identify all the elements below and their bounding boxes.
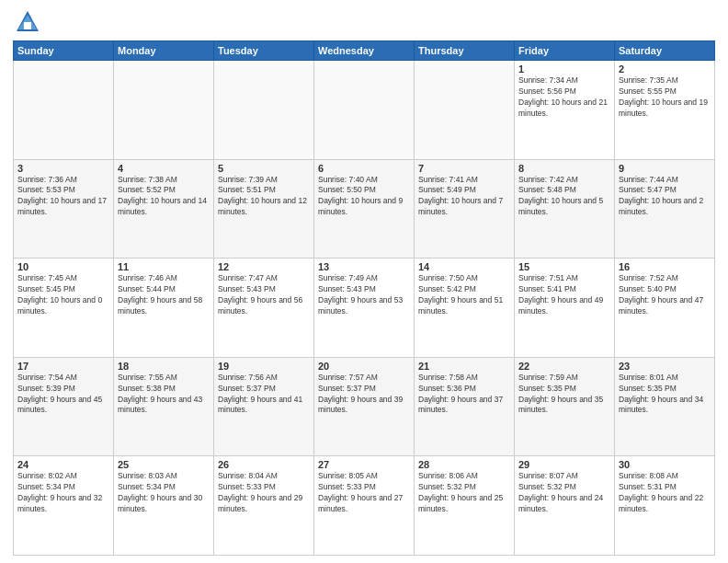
calendar-day-cell: 2Sunrise: 7:35 AMSunset: 5:55 PMDaylight… [615,61,715,160]
header [13,9,715,35]
calendar-week-row: 24Sunrise: 8:02 AMSunset: 5:34 PMDayligh… [14,456,715,556]
day-number: 15 [518,261,610,272]
day-number: 5 [218,163,310,174]
day-number: 28 [418,459,510,470]
day-number: 30 [619,459,711,470]
calendar-day-cell: 5Sunrise: 7:39 AMSunset: 5:51 PMDaylight… [214,159,314,259]
day-number: 11 [118,261,210,272]
calendar-week-row: 17Sunrise: 7:54 AMSunset: 5:39 PMDayligh… [14,357,715,456]
day-info: Sunrise: 7:36 AMSunset: 5:53 PMDaylight:… [17,175,109,219]
day-number: 21 [418,361,510,372]
weekday-header: Wednesday [314,41,415,61]
calendar-day-cell: 21Sunrise: 7:58 AMSunset: 5:36 PMDayligh… [415,357,515,456]
day-info: Sunrise: 8:08 AMSunset: 5:31 PMDaylight:… [619,471,711,515]
calendar-day-cell: 15Sunrise: 7:51 AMSunset: 5:41 PMDayligh… [515,259,615,358]
calendar-day-cell: 23Sunrise: 8:01 AMSunset: 5:35 PMDayligh… [615,357,715,456]
day-info: Sunrise: 7:35 AMSunset: 5:55 PMDaylight:… [619,75,711,120]
calendar-day-cell: 8Sunrise: 7:42 AMSunset: 5:48 PMDaylight… [515,159,615,259]
calendar-day-cell: 19Sunrise: 7:56 AMSunset: 5:37 PMDayligh… [214,357,314,456]
calendar-day-cell [314,61,415,160]
day-number: 3 [17,163,109,174]
day-number: 7 [418,163,510,174]
day-info: Sunrise: 7:50 AMSunset: 5:42 PMDaylight:… [418,273,510,317]
day-number: 20 [318,361,410,372]
day-info: Sunrise: 8:02 AMSunset: 5:34 PMDaylight:… [17,471,109,515]
day-info: Sunrise: 8:05 AMSunset: 5:33 PMDaylight:… [318,471,410,515]
day-info: Sunrise: 7:41 AMSunset: 5:49 PMDaylight:… [418,175,510,219]
calendar-week-row: 1Sunrise: 7:34 AMSunset: 5:56 PMDaylight… [14,61,715,160]
weekday-header: Thursday [415,41,515,61]
svg-rect-2 [24,22,31,29]
weekday-header: Tuesday [214,41,314,61]
day-info: Sunrise: 7:44 AMSunset: 5:47 PMDaylight:… [619,175,711,219]
calendar-day-cell: 12Sunrise: 7:47 AMSunset: 5:43 PMDayligh… [214,259,314,358]
calendar-day-cell [14,61,114,160]
day-number: 1 [518,63,610,75]
day-info: Sunrise: 7:38 AMSunset: 5:52 PMDaylight:… [118,175,210,219]
day-number: 16 [619,261,711,272]
day-number: 29 [518,459,610,470]
day-info: Sunrise: 7:51 AMSunset: 5:41 PMDaylight:… [518,273,610,317]
calendar-day-cell [415,61,515,160]
calendar-week-row: 3Sunrise: 7:36 AMSunset: 5:53 PMDaylight… [14,159,715,259]
day-info: Sunrise: 7:46 AMSunset: 5:44 PMDaylight:… [118,273,210,317]
calendar-day-cell: 13Sunrise: 7:49 AMSunset: 5:43 PMDayligh… [314,259,415,358]
day-number: 9 [619,163,711,174]
day-info: Sunrise: 8:06 AMSunset: 5:32 PMDaylight:… [418,471,510,515]
calendar-day-cell: 14Sunrise: 7:50 AMSunset: 5:42 PMDayligh… [415,259,515,358]
day-info: Sunrise: 7:58 AMSunset: 5:36 PMDaylight:… [418,373,510,417]
day-number: 12 [218,261,310,272]
day-number: 26 [218,459,310,470]
calendar-header-row: SundayMondayTuesdayWednesdayThursdayFrid… [14,41,715,61]
day-number: 19 [218,361,310,372]
logo-icon [13,9,42,35]
calendar-day-cell: 27Sunrise: 8:05 AMSunset: 5:33 PMDayligh… [314,456,415,556]
day-number: 24 [17,459,109,470]
day-number: 14 [418,261,510,272]
day-number: 22 [518,361,610,372]
day-number: 17 [17,361,109,372]
day-info: Sunrise: 7:57 AMSunset: 5:37 PMDaylight:… [318,373,410,417]
calendar-day-cell: 9Sunrise: 7:44 AMSunset: 5:47 PMDaylight… [615,159,715,259]
day-info: Sunrise: 7:47 AMSunset: 5:43 PMDaylight:… [218,273,310,317]
calendar-day-cell: 10Sunrise: 7:45 AMSunset: 5:45 PMDayligh… [14,259,114,358]
calendar-day-cell [214,61,314,160]
day-info: Sunrise: 7:56 AMSunset: 5:37 PMDaylight:… [218,373,310,417]
calendar-day-cell: 28Sunrise: 8:06 AMSunset: 5:32 PMDayligh… [415,456,515,556]
day-number: 8 [518,163,610,174]
calendar-day-cell: 16Sunrise: 7:52 AMSunset: 5:40 PMDayligh… [615,259,715,358]
calendar-day-cell: 25Sunrise: 8:03 AMSunset: 5:34 PMDayligh… [114,456,214,556]
day-number: 25 [118,459,210,470]
calendar-week-row: 10Sunrise: 7:45 AMSunset: 5:45 PMDayligh… [14,259,715,358]
weekday-header: Saturday [615,41,715,61]
day-number: 10 [17,261,109,272]
calendar-day-cell: 1Sunrise: 7:34 AMSunset: 5:56 PMDaylight… [515,61,615,160]
day-info: Sunrise: 7:52 AMSunset: 5:40 PMDaylight:… [619,273,711,317]
calendar-day-cell: 30Sunrise: 8:08 AMSunset: 5:31 PMDayligh… [615,456,715,556]
day-info: Sunrise: 7:49 AMSunset: 5:43 PMDaylight:… [318,273,410,317]
day-info: Sunrise: 7:40 AMSunset: 5:50 PMDaylight:… [318,175,410,219]
day-number: 4 [118,163,210,174]
page: SundayMondayTuesdayWednesdayThursdayFrid… [0,0,728,563]
calendar-day-cell [114,61,214,160]
day-info: Sunrise: 7:42 AMSunset: 5:48 PMDaylight:… [518,175,610,219]
day-info: Sunrise: 8:01 AMSunset: 5:35 PMDaylight:… [619,373,711,417]
day-info: Sunrise: 7:45 AMSunset: 5:45 PMDaylight:… [17,273,109,317]
weekday-header: Sunday [14,41,114,61]
weekday-header: Friday [515,41,615,61]
day-number: 23 [619,361,711,372]
calendar-day-cell: 7Sunrise: 7:41 AMSunset: 5:49 PMDaylight… [415,159,515,259]
calendar-day-cell: 11Sunrise: 7:46 AMSunset: 5:44 PMDayligh… [114,259,214,358]
day-number: 27 [318,459,410,470]
day-info: Sunrise: 8:04 AMSunset: 5:33 PMDaylight:… [218,471,310,515]
day-number: 6 [318,163,410,174]
day-info: Sunrise: 8:03 AMSunset: 5:34 PMDaylight:… [118,471,210,515]
calendar-day-cell: 26Sunrise: 8:04 AMSunset: 5:33 PMDayligh… [214,456,314,556]
calendar-day-cell: 17Sunrise: 7:54 AMSunset: 5:39 PMDayligh… [14,357,114,456]
calendar-table: SundayMondayTuesdayWednesdayThursdayFrid… [13,40,715,556]
day-number: 13 [318,261,410,272]
day-info: Sunrise: 7:59 AMSunset: 5:35 PMDaylight:… [518,373,610,417]
day-info: Sunrise: 7:34 AMSunset: 5:56 PMDaylight:… [518,75,610,120]
calendar-day-cell: 6Sunrise: 7:40 AMSunset: 5:50 PMDaylight… [314,159,415,259]
calendar-day-cell: 3Sunrise: 7:36 AMSunset: 5:53 PMDaylight… [14,159,114,259]
